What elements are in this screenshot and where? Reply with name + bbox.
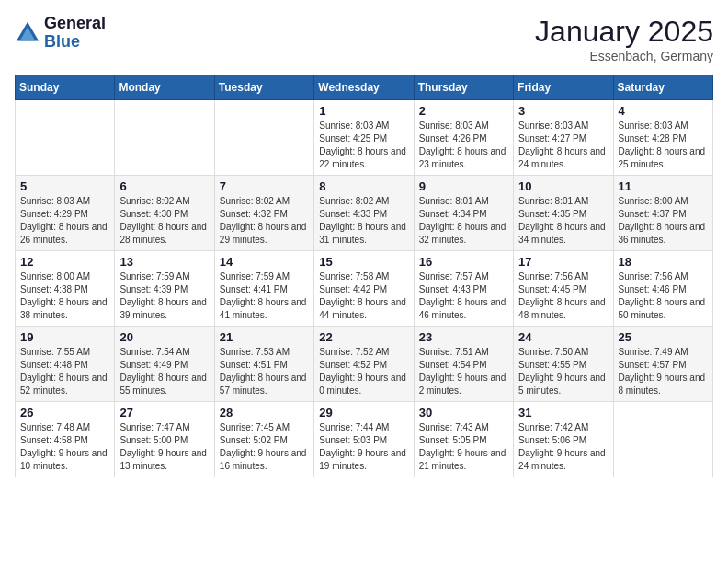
logo: General Blue bbox=[15, 15, 106, 52]
day-number: 19 bbox=[20, 330, 109, 344]
day-info: Sunrise: 7:58 AMSunset: 4:42 PMDaylight:… bbox=[319, 270, 408, 322]
day-info: Sunrise: 8:00 AMSunset: 4:37 PMDaylight:… bbox=[619, 195, 708, 247]
calendar-cell: 1Sunrise: 8:03 AMSunset: 4:25 PMDaylight… bbox=[314, 100, 414, 176]
calendar-week-row: 1Sunrise: 8:03 AMSunset: 4:25 PMDaylight… bbox=[16, 100, 713, 176]
calendar-cell: 31Sunrise: 7:42 AMSunset: 5:06 PMDayligh… bbox=[514, 402, 613, 477]
day-number: 17 bbox=[518, 255, 608, 269]
day-info: Sunrise: 7:56 AMSunset: 4:46 PMDaylight:… bbox=[619, 270, 708, 322]
day-number: 6 bbox=[119, 179, 209, 193]
day-number: 8 bbox=[319, 179, 408, 193]
calendar-cell bbox=[214, 100, 313, 176]
day-info: Sunrise: 7:50 AMSunset: 4:55 PMDaylight:… bbox=[518, 346, 608, 397]
calendar-cell: 29Sunrise: 7:44 AMSunset: 5:03 PMDayligh… bbox=[314, 402, 414, 477]
day-info: Sunrise: 8:02 AMSunset: 4:32 PMDaylight:… bbox=[220, 195, 309, 247]
day-info: Sunrise: 8:01 AMSunset: 4:34 PMDaylight:… bbox=[419, 195, 508, 247]
day-info: Sunrise: 7:57 AMSunset: 4:43 PMDaylight:… bbox=[419, 270, 508, 322]
day-header-monday: Monday bbox=[115, 75, 214, 100]
calendar-cell: 4Sunrise: 8:03 AMSunset: 4:28 PMDaylight… bbox=[613, 100, 712, 176]
month-title: January 2025 bbox=[535, 15, 713, 49]
day-header-thursday: Thursday bbox=[414, 75, 513, 100]
day-number: 23 bbox=[419, 330, 508, 344]
calendar-cell: 18Sunrise: 7:56 AMSunset: 4:46 PMDayligh… bbox=[613, 251, 712, 327]
day-info: Sunrise: 7:59 AMSunset: 4:41 PMDaylight:… bbox=[220, 270, 309, 322]
day-number: 29 bbox=[319, 406, 408, 419]
day-number: 7 bbox=[220, 179, 309, 193]
page-header: General Blue January 2025 Essenbach, Ger… bbox=[15, 15, 713, 63]
calendar-cell: 5Sunrise: 8:03 AMSunset: 4:29 PMDaylight… bbox=[16, 176, 115, 251]
calendar-cell: 24Sunrise: 7:50 AMSunset: 4:55 PMDayligh… bbox=[514, 327, 613, 402]
day-number: 12 bbox=[20, 255, 109, 269]
calendar-cell: 12Sunrise: 8:00 AMSunset: 4:38 PMDayligh… bbox=[16, 251, 115, 327]
calendar-header-row: SundayMondayTuesdayWednesdayThursdayFrid… bbox=[16, 75, 713, 100]
calendar-cell bbox=[16, 100, 115, 176]
calendar-cell: 7Sunrise: 8:02 AMSunset: 4:32 PMDaylight… bbox=[214, 176, 313, 251]
day-number: 21 bbox=[220, 330, 309, 344]
calendar-cell: 22Sunrise: 7:52 AMSunset: 4:52 PMDayligh… bbox=[314, 327, 414, 402]
calendar-cell: 3Sunrise: 8:03 AMSunset: 4:27 PMDaylight… bbox=[514, 100, 613, 176]
calendar-cell: 6Sunrise: 8:02 AMSunset: 4:30 PMDaylight… bbox=[115, 176, 214, 251]
day-number: 25 bbox=[619, 330, 708, 344]
day-number: 31 bbox=[518, 406, 608, 419]
calendar-week-row: 5Sunrise: 8:03 AMSunset: 4:29 PMDaylight… bbox=[16, 176, 713, 251]
calendar-cell: 16Sunrise: 7:57 AMSunset: 4:43 PMDayligh… bbox=[414, 251, 513, 327]
calendar-cell: 17Sunrise: 7:56 AMSunset: 4:45 PMDayligh… bbox=[514, 251, 613, 327]
calendar-cell: 19Sunrise: 7:55 AMSunset: 4:48 PMDayligh… bbox=[16, 327, 115, 402]
calendar-cell bbox=[613, 402, 712, 477]
day-number: 22 bbox=[319, 330, 408, 344]
calendar-cell: 9Sunrise: 8:01 AMSunset: 4:34 PMDaylight… bbox=[414, 176, 513, 251]
logo-icon bbox=[15, 20, 40, 46]
day-header-saturday: Saturday bbox=[613, 75, 712, 100]
day-info: Sunrise: 8:00 AMSunset: 4:38 PMDaylight:… bbox=[20, 270, 109, 322]
calendar-cell: 10Sunrise: 8:01 AMSunset: 4:35 PMDayligh… bbox=[514, 176, 613, 251]
day-number: 20 bbox=[119, 330, 209, 344]
day-number: 13 bbox=[119, 255, 209, 269]
logo-general: General bbox=[44, 15, 106, 33]
day-number: 15 bbox=[319, 255, 408, 269]
calendar-cell: 15Sunrise: 7:58 AMSunset: 4:42 PMDayligh… bbox=[314, 251, 414, 327]
day-info: Sunrise: 7:45 AMSunset: 5:02 PMDaylight:… bbox=[220, 421, 309, 473]
calendar-cell: 11Sunrise: 8:00 AMSunset: 4:37 PMDayligh… bbox=[613, 176, 712, 251]
day-info: Sunrise: 8:03 AMSunset: 4:26 PMDaylight:… bbox=[419, 120, 508, 171]
day-number: 28 bbox=[220, 406, 309, 419]
day-info: Sunrise: 7:47 AMSunset: 5:00 PMDaylight:… bbox=[119, 421, 209, 473]
calendar-week-row: 26Sunrise: 7:48 AMSunset: 4:58 PMDayligh… bbox=[16, 402, 713, 477]
day-header-friday: Friday bbox=[514, 75, 613, 100]
day-info: Sunrise: 7:54 AMSunset: 4:49 PMDaylight:… bbox=[119, 346, 209, 397]
day-header-sunday: Sunday bbox=[16, 75, 115, 100]
day-number: 1 bbox=[319, 104, 408, 118]
day-info: Sunrise: 7:52 AMSunset: 4:52 PMDaylight:… bbox=[319, 346, 408, 397]
day-number: 24 bbox=[518, 330, 608, 344]
day-info: Sunrise: 8:03 AMSunset: 4:29 PMDaylight:… bbox=[20, 195, 109, 247]
title-block: January 2025 Essenbach, Germany bbox=[535, 15, 713, 63]
day-number: 14 bbox=[220, 255, 309, 269]
calendar-week-row: 12Sunrise: 8:00 AMSunset: 4:38 PMDayligh… bbox=[16, 251, 713, 327]
calendar-cell: 20Sunrise: 7:54 AMSunset: 4:49 PMDayligh… bbox=[115, 327, 214, 402]
day-info: Sunrise: 8:02 AMSunset: 4:30 PMDaylight:… bbox=[119, 195, 209, 247]
calendar-cell: 30Sunrise: 7:43 AMSunset: 5:05 PMDayligh… bbox=[414, 402, 513, 477]
calendar-week-row: 19Sunrise: 7:55 AMSunset: 4:48 PMDayligh… bbox=[16, 327, 713, 402]
calendar-cell: 8Sunrise: 8:02 AMSunset: 4:33 PMDaylight… bbox=[314, 176, 414, 251]
day-number: 5 bbox=[20, 179, 109, 193]
day-info: Sunrise: 7:43 AMSunset: 5:05 PMDaylight:… bbox=[419, 421, 508, 473]
day-number: 27 bbox=[119, 406, 209, 419]
logo-text: General Blue bbox=[44, 15, 106, 52]
day-info: Sunrise: 7:53 AMSunset: 4:51 PMDaylight:… bbox=[220, 346, 309, 397]
calendar-cell: 14Sunrise: 7:59 AMSunset: 4:41 PMDayligh… bbox=[214, 251, 313, 327]
day-number: 26 bbox=[20, 406, 109, 419]
day-info: Sunrise: 7:44 AMSunset: 5:03 PMDaylight:… bbox=[319, 421, 408, 473]
calendar-cell: 26Sunrise: 7:48 AMSunset: 4:58 PMDayligh… bbox=[16, 402, 115, 477]
day-info: Sunrise: 7:42 AMSunset: 5:06 PMDaylight:… bbox=[518, 421, 608, 473]
day-number: 30 bbox=[419, 406, 508, 419]
day-number: 2 bbox=[419, 104, 508, 118]
day-number: 4 bbox=[619, 104, 708, 118]
day-info: Sunrise: 7:49 AMSunset: 4:57 PMDaylight:… bbox=[619, 346, 708, 397]
day-header-wednesday: Wednesday bbox=[314, 75, 414, 100]
day-number: 11 bbox=[619, 179, 708, 193]
day-number: 3 bbox=[518, 104, 608, 118]
day-number: 10 bbox=[518, 179, 608, 193]
calendar-cell: 13Sunrise: 7:59 AMSunset: 4:39 PMDayligh… bbox=[115, 251, 214, 327]
day-number: 18 bbox=[619, 255, 708, 269]
calendar-cell: 2Sunrise: 8:03 AMSunset: 4:26 PMDaylight… bbox=[414, 100, 513, 176]
calendar-cell: 25Sunrise: 7:49 AMSunset: 4:57 PMDayligh… bbox=[613, 327, 712, 402]
day-header-tuesday: Tuesday bbox=[214, 75, 313, 100]
